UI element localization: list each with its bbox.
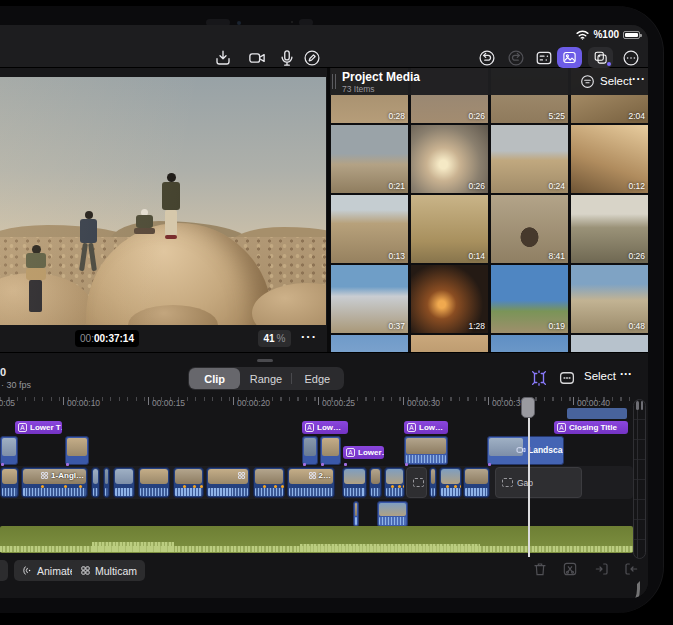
- connected-clip[interactable]: [65, 436, 89, 465]
- microphone-icon[interactable]: [278, 49, 296, 67]
- music-waveform-peak: [92, 542, 174, 552]
- browser-select-button[interactable]: Select: [600, 75, 632, 87]
- media-thumbnail[interactable]: 0:26: [571, 195, 648, 263]
- pencil-tool-icon[interactable]: [303, 49, 321, 67]
- media-thumbnail[interactable]: 0:26: [411, 125, 488, 193]
- import-icon[interactable]: [214, 49, 232, 67]
- storyline-clip[interactable]: [369, 467, 382, 498]
- media-thumbnail[interactable]: [331, 335, 408, 352]
- zoom-level[interactable]: 41 %: [258, 330, 291, 347]
- app-screen: %100: [0, 25, 648, 598]
- clip-duration: 0:37: [388, 321, 405, 331]
- storyline-clip[interactable]: [113, 467, 135, 498]
- storyline-clip[interactable]: [439, 467, 462, 498]
- connected-clip[interactable]: [320, 436, 341, 465]
- append-clip-icon[interactable]: [623, 561, 639, 577]
- media-browser-button[interactable]: [557, 47, 582, 68]
- music-track[interactable]: [0, 526, 633, 553]
- storyline-clip[interactable]: [138, 467, 170, 498]
- zoom-value: 41: [263, 333, 274, 344]
- more-options-icon[interactable]: [622, 49, 640, 67]
- media-thumbnail[interactable]: [571, 335, 648, 352]
- playhead-handle[interactable]: [521, 397, 535, 418]
- ruler-tick: [318, 397, 319, 405]
- mode-edge[interactable]: Edge: [292, 368, 343, 389]
- connected-below-clip[interactable]: [377, 501, 408, 527]
- title-clip[interactable]: ALower T…: [15, 421, 62, 434]
- gap-label: Gap: [517, 478, 533, 488]
- gap-clip[interactable]: G…: [406, 467, 427, 498]
- undo-icon[interactable]: [478, 49, 496, 67]
- insert-clip-icon[interactable]: [594, 561, 610, 577]
- filter-icon[interactable]: [580, 74, 595, 89]
- storyline-clip[interactable]: [253, 467, 285, 498]
- timeline-vertical-scrollbar[interactable]: [633, 399, 646, 559]
- media-thumbnail[interactable]: 0:48: [571, 265, 648, 333]
- connected-clip[interactable]: [0, 436, 18, 465]
- media-thumbnail[interactable]: [491, 335, 568, 352]
- title-clip[interactable]: ALow…: [404, 421, 448, 434]
- scrollbar-handle[interactable]: [634, 399, 645, 412]
- connected-clip[interactable]: Landscap…: [487, 436, 564, 465]
- multicam-icon: [80, 565, 91, 576]
- storyline-clip[interactable]: [463, 467, 490, 498]
- clip-duration: 5:25: [548, 111, 565, 121]
- connection-dot: [488, 463, 491, 466]
- storyline-clip[interactable]: [342, 467, 367, 498]
- browser-more-button[interactable]: ···: [632, 72, 646, 86]
- panel-drag-handle[interactable]: [257, 359, 273, 362]
- battery-icon: [623, 31, 640, 39]
- media-thumbnail[interactable]: [411, 335, 488, 352]
- media-thumbnail[interactable]: 0:14: [411, 195, 488, 263]
- storyline-clip[interactable]: [0, 467, 19, 498]
- storyline-clip[interactable]: [429, 467, 437, 498]
- title-clip[interactable]: ALower…: [343, 446, 384, 459]
- effects-titles-button[interactable]: [588, 47, 613, 68]
- mode-clip[interactable]: Clip: [189, 368, 240, 389]
- timeline-more-button[interactable]: ···: [620, 367, 632, 381]
- blade-cut-icon[interactable]: [562, 561, 578, 577]
- delete-clip-icon[interactable]: [532, 561, 548, 577]
- record-camera-icon[interactable]: [248, 49, 266, 67]
- connected-clip[interactable]: [302, 436, 318, 465]
- storyline-clip[interactable]: [103, 467, 110, 498]
- timeline-select-button[interactable]: Select: [584, 370, 616, 382]
- storyline-clip[interactable]: [384, 467, 405, 498]
- media-thumbnail[interactable]: 0:12: [571, 125, 648, 193]
- storyline-clip[interactable]: [173, 467, 204, 498]
- media-thumbnail[interactable]: 0:13: [331, 195, 408, 263]
- mode-range[interactable]: Range: [240, 368, 291, 389]
- media-thumbnail[interactable]: 0:21: [331, 125, 408, 193]
- pane-grip-icon[interactable]: [332, 74, 336, 89]
- media-thumbnail[interactable]: 0:24: [491, 125, 568, 193]
- storyline-clip[interactable]: 2…: [287, 467, 335, 498]
- media-thumbnail[interactable]: 0:19: [491, 265, 568, 333]
- gap-clip[interactable]: Gap: [495, 467, 582, 498]
- redo-icon[interactable]: [507, 49, 525, 67]
- clip-waveform: [441, 488, 460, 496]
- enhance-wand-icon[interactable]: [530, 369, 548, 387]
- connected-below-clip[interactable]: [353, 501, 359, 527]
- multicam-button[interactable]: Multicam: [72, 560, 145, 581]
- media-thumbnail[interactable]: 8:41: [491, 195, 568, 263]
- storyline-clip[interactable]: [206, 467, 250, 498]
- clip-thumbnail: [406, 438, 446, 454]
- connected-clip[interactable]: [404, 436, 448, 465]
- timeline-ruler[interactable]: 00:00:0500:00:1000:00:1500:00:2000:00:25…: [0, 397, 633, 413]
- playhead-line[interactable]: [528, 399, 530, 557]
- media-thumbnail[interactable]: 1:28: [411, 265, 488, 333]
- overlay-frame-icon[interactable]: [558, 369, 576, 387]
- storyline-clip[interactable]: [91, 467, 100, 498]
- title-clip-label: Lower…: [358, 448, 384, 457]
- storyline-clip[interactable]: 1-Angl…: [21, 467, 88, 498]
- clipped-tool-button[interactable]: [0, 560, 8, 581]
- title-clip[interactable]: AClosing Title: [554, 421, 628, 434]
- viewer-more-button[interactable]: ···: [301, 329, 317, 344]
- timecode-display[interactable]: 00:00:37:14: [75, 330, 139, 347]
- edit-mode-segmented: Clip Range Edge: [188, 367, 344, 390]
- media-thumbnail[interactable]: 0:37: [331, 265, 408, 333]
- inspector-icon[interactable]: [535, 49, 553, 67]
- video-preview[interactable]: [0, 77, 326, 325]
- title-clip[interactable]: ALow…: [302, 421, 348, 434]
- scrolled-clip[interactable]: [567, 408, 627, 419]
